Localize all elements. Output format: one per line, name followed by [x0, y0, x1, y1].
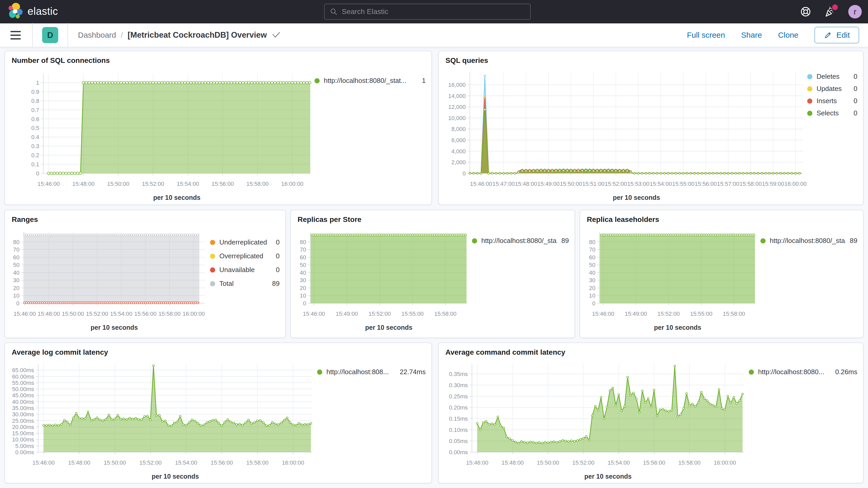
top-app-bar: elastic Search Elastic [0, 0, 868, 23]
svg-text:15:59:00: 15:59:00 [762, 181, 784, 187]
ranges-chart[interactable]: 8070605040302010015:46:0015:48:0015:50:0… [5, 225, 210, 338]
newsfeed-button[interactable] [824, 5, 836, 18]
svg-text:15:56:00: 15:56:00 [643, 459, 665, 466]
breadcrumb-dashboard-link[interactable]: Dashboard [78, 31, 116, 39]
svg-text:12,000: 12,000 [448, 104, 466, 110]
space-badge[interactable]: D [42, 27, 58, 43]
user-avatar[interactable]: r [848, 5, 862, 19]
svg-text:15:54:00: 15:54:00 [175, 459, 197, 466]
elastic-logo[interactable]: elastic [7, 3, 58, 20]
legend-item[interactable]: http://localhost:8080...0.26ms [749, 368, 857, 376]
svg-text:15:58:00: 15:58:00 [678, 459, 701, 466]
edit-button[interactable]: Edit [814, 27, 859, 43]
svg-text:15:55:00: 15:55:00 [401, 310, 424, 317]
svg-text:4,000: 4,000 [452, 148, 466, 155]
legend-item[interactable]: http://localhost:808...22.74ms [317, 368, 426, 376]
search-placeholder: Search Elastic [342, 7, 388, 16]
legend-color-dot [210, 267, 215, 273]
legend-item[interactable]: Overreplicated0 [210, 252, 280, 260]
legend-value: 1 [422, 77, 426, 85]
pencil-icon [824, 31, 832, 39]
panel-title: Ranges [5, 210, 285, 225]
full-screen-button[interactable]: Full screen [687, 31, 725, 39]
svg-text:15:48:00: 15:48:00 [72, 181, 95, 187]
divider [32, 23, 33, 47]
svg-text:15:58:00: 15:58:00 [246, 181, 269, 187]
legend-color-dot [807, 74, 812, 79]
legend-item[interactable]: Deletes0 [807, 72, 857, 81]
svg-text:15:50:00: 15:50:00 [537, 459, 559, 466]
svg-text:30: 30 [300, 277, 306, 283]
title-caret-button[interactable] [272, 32, 280, 38]
svg-text:15:58:00: 15:58:00 [434, 310, 457, 317]
legend-item[interactable]: Updates0 [807, 85, 857, 93]
svg-text:15:52:00: 15:52:00 [605, 181, 627, 187]
legend-item[interactable]: Selects0 [807, 109, 857, 117]
replica-leaseholders-chart[interactable]: 8070605040302010015:46:0015:49:0015:52:0… [580, 225, 761, 338]
search-icon [330, 8, 338, 16]
legend-label: http://localhost:8080/_stat... [324, 77, 418, 85]
legend-value: 0 [276, 238, 280, 246]
chart-legend: http://localhost:8080...0.26ms [749, 358, 863, 483]
legend-color-dot [807, 111, 812, 116]
legend-item[interactable]: http://localhost:8080/_sta...89 [761, 237, 857, 245]
legend-value: 0.26ms [835, 368, 857, 376]
svg-text:15:46:00: 15:46:00 [13, 310, 36, 317]
svg-text:15:54:00: 15:54:00 [608, 459, 630, 466]
legend-label: Inserts [816, 97, 849, 105]
menu-button[interactable] [10, 31, 21, 39]
svg-text:10.00ms: 10.00ms [12, 436, 34, 443]
svg-text:0: 0 [592, 300, 595, 307]
panel-ranges: Ranges 8070605040302010015:46:0015:48:00… [4, 210, 286, 338]
svg-text:6,000: 6,000 [452, 137, 466, 144]
svg-text:15:53:00: 15:53:00 [627, 181, 649, 187]
svg-text:80: 80 [13, 239, 20, 245]
svg-text:15:58:00: 15:58:00 [158, 310, 181, 317]
svg-text:40: 40 [300, 270, 306, 276]
legend-item[interactable]: http://localhost:8080/_sta...89 [472, 237, 569, 245]
legend-value: 0 [854, 109, 857, 117]
svg-text:15:50:00: 15:50:00 [107, 181, 129, 187]
divider [68, 23, 68, 47]
global-search-input[interactable]: Search Elastic [324, 4, 531, 20]
legend-item[interactable]: Inserts0 [807, 97, 857, 105]
legend-item[interactable]: Underreplicated0 [210, 238, 280, 246]
share-button[interactable]: Share [741, 31, 762, 39]
svg-text:16:00:00: 16:00:00 [281, 181, 304, 187]
logo-text: elastic [28, 5, 58, 17]
panel-title: Average command commit latency [439, 343, 863, 358]
svg-text:16:00:00: 16:00:00 [784, 181, 807, 187]
svg-text:20: 20 [300, 285, 306, 291]
clone-button[interactable]: Clone [778, 31, 798, 39]
edit-button-label: Edit [836, 31, 850, 39]
svg-text:30.00ms: 30.00ms [12, 411, 34, 418]
svg-text:0: 0 [17, 300, 20, 307]
sql-queries-chart[interactable]: 16,00014,00012,00010,0008,0006,0004,0002… [439, 66, 807, 205]
legend-item[interactable]: http://localhost:8080/_stat...1 [314, 77, 426, 85]
svg-text:0.3: 0.3 [31, 143, 39, 149]
replicas-per-store-chart[interactable]: 8070605040302010015:46:0015:49:0015:52:0… [291, 225, 472, 338]
svg-text:15:48:00: 15:48:00 [38, 310, 60, 317]
svg-text:50: 50 [300, 262, 306, 268]
svg-text:0.05ms: 0.05ms [449, 438, 468, 444]
svg-text:15:58:00: 15:58:00 [740, 181, 762, 187]
svg-text:0.00ms: 0.00ms [449, 449, 468, 456]
svg-text:0.6: 0.6 [31, 116, 39, 122]
log-commit-latency-chart[interactable]: 65.00ms60.00ms55.00ms50.00ms45.00ms40.00… [5, 358, 317, 483]
sql-connections-chart[interactable]: 10.90.80.70.60.50.40.30.20.1015:46:0015:… [5, 66, 314, 205]
command-commit-latency-chart[interactable]: 0.35ms0.30ms0.25ms0.20ms0.15ms0.10ms0.05… [439, 358, 749, 483]
panel-sql-queries: SQL queries 16,00014,00012,00010,0008,00… [438, 51, 864, 205]
svg-text:16,000: 16,000 [448, 82, 466, 88]
legend-value: 0 [854, 85, 857, 93]
svg-text:70: 70 [13, 246, 20, 253]
legend-color-dot [210, 254, 215, 259]
panel-replicas-per-store: Replicas per Store 8070605040302010015:4… [290, 210, 575, 338]
svg-text:15:49:00: 15:49:00 [625, 310, 647, 317]
svg-text:0.35ms: 0.35ms [449, 371, 468, 377]
legend-item[interactable]: Unavailable0 [210, 266, 280, 274]
svg-text:15:56:00: 15:56:00 [134, 310, 157, 317]
legend-color-dot [749, 369, 754, 375]
legend-item[interactable]: Total89 [210, 280, 280, 288]
help-button[interactable] [799, 5, 812, 18]
svg-text:0.1: 0.1 [31, 161, 39, 167]
